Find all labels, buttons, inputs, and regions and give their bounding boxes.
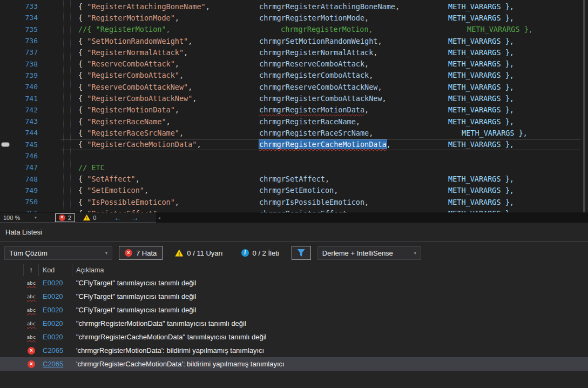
- breakpoint-gutter[interactable]: [0, 35, 11, 46]
- scrollbar-thumb[interactable]: [583, 0, 585, 212]
- code-text: { "IsPossibleEmoticon",chrmgrIsPossibleE…: [38, 198, 588, 206]
- code-line-751[interactable]: 751{ "RegisterEffect",chrmgrRegisterEffe…: [0, 208, 588, 212]
- code-line-741[interactable]: 741{ "RegisterComboAttackNew",chrmgrRegi…: [0, 92, 588, 104]
- error-row[interactable]: abcE0020"CFlyTarget" tanımlayıcısı tanım…: [0, 276, 588, 290]
- breakpoint-gutter[interactable]: [0, 173, 11, 184]
- breakpoint-gutter[interactable]: [0, 12, 11, 23]
- code-text: { "RegisterAttachingBoneName",chrmgrRegi…: [38, 2, 588, 11]
- code-punctuation: ,: [364, 198, 369, 206]
- code-punctuation: ,: [364, 59, 369, 68]
- horizontal-scrollbar[interactable]: ◂: [156, 213, 588, 223]
- severity-column-header[interactable]: !: [24, 264, 39, 276]
- code-punctuation: ,: [197, 140, 201, 149]
- code-line-749[interactable]: 749{ "SetEmoticon",chrmgrSetEmoticon,MET…: [0, 185, 588, 196]
- error-row[interactable]: abcE0020"CFlyTarget" tanımlayıcısı tanım…: [0, 290, 588, 303]
- breakpoint-gutter[interactable]: [0, 162, 11, 173]
- code-line-746[interactable]: 746: [0, 150, 588, 162]
- error-code-link[interactable]: E0020: [43, 319, 63, 327]
- code-cell: E0020: [39, 319, 72, 327]
- code-line-737[interactable]: 737{ "RegisterNormalAttack",chrmgrRegist…: [0, 46, 588, 58]
- code-punctuation: ,: [387, 140, 391, 149]
- code-line-743[interactable]: 743{ "RegisterRaceName",chrmgrRegisterRa…: [0, 116, 588, 127]
- previous-error-button[interactable]: ←: [114, 213, 122, 222]
- panel-title[interactable]: Hata Listesi: [0, 223, 588, 242]
- breakpoint-gutter[interactable]: [0, 46, 11, 58]
- macro-token: METH_VARARGS },: [448, 117, 514, 126]
- breakpoint-gutter[interactable]: [0, 185, 11, 196]
- breakpoint-gutter[interactable]: [0, 127, 11, 138]
- code-punctuation: ,: [369, 71, 373, 79]
- code-text: { "SetMotionRandomWeight",chrmgrSetMotio…: [38, 37, 588, 45]
- code-left-column: { "RegisterAttachingBoneName",: [78, 2, 259, 11]
- error-code-link[interactable]: E0020: [43, 292, 63, 300]
- code-cell: E0020: [39, 279, 72, 287]
- breakpoint-gutter[interactable]: [0, 1, 11, 12]
- warnings-filter-button[interactable]: ! 0 / 11 Uyarı: [169, 246, 228, 260]
- identifier: chrmgrRegisterNormalAttack: [259, 48, 373, 57]
- code-line-733[interactable]: 733{ "RegisterAttachingBoneName",chrmgrR…: [0, 1, 588, 12]
- filter-button[interactable]: [292, 246, 311, 260]
- code-punctuation: {: [78, 48, 87, 57]
- error-row[interactable]: abcE0020"chrmgrRegisterMotionData" tanım…: [0, 317, 588, 330]
- code-line-744[interactable]: 744{ "RegisterRaceSrcName",chrmgrRegiste…: [0, 127, 588, 138]
- code-punctuation: ,: [179, 129, 184, 137]
- error-row[interactable]: ×C2065'chrmgrRegisterMotionData': bildir…: [0, 344, 588, 357]
- source-dropdown[interactable]: Derleme + IntelliSense ▾: [317, 246, 421, 260]
- breakpoint-gutter[interactable]: [0, 104, 11, 116]
- identifier: chrmgrSetAffect: [259, 175, 325, 183]
- code-mid-column: chrmgrRegisterRaceSrcName,: [259, 129, 462, 137]
- breakpoint-gutter[interactable]: [0, 58, 11, 69]
- breakpoint-gutter[interactable]: [0, 70, 11, 81]
- breakpoint-gutter[interactable]: [0, 81, 11, 92]
- code-line-735[interactable]: 735//{ "RegisterMotion",chrmgrRegisterMo…: [0, 24, 588, 35]
- code-line-747[interactable]: 747// ETC: [0, 162, 588, 173]
- code-punctuation: ,: [373, 48, 377, 57]
- code-line-745[interactable]: 745{ "RegisterCacheMotionData",chrmgrReg…: [0, 139, 588, 150]
- severity-cell: abc: [24, 294, 39, 299]
- code-punctuation: {: [78, 83, 87, 91]
- breakpoint-gutter[interactable]: [0, 208, 11, 212]
- next-error-button[interactable]: →: [131, 213, 139, 222]
- error-code-link[interactable]: E0020: [43, 333, 63, 341]
- error-code-link[interactable]: C2065: [43, 346, 63, 354]
- description-column-header[interactable]: Açıklama: [72, 264, 588, 276]
- breakpoint-gutter[interactable]: [0, 150, 11, 162]
- identifier: chrmgrRegisterMotionData: [259, 105, 364, 114]
- error-row[interactable]: abcE0020"chrmgrRegisterCacheMotionData" …: [0, 330, 588, 344]
- error-row[interactable]: ×C2065'chrmgrRegisterCacheMotionData': b…: [0, 357, 588, 371]
- code-line-740[interactable]: 740{ "ReserveComboAttackNew",chrmgrReser…: [0, 81, 588, 92]
- vertical-scrollbar[interactable]: [580, 0, 588, 212]
- breakpoint-gutter[interactable]: [0, 24, 11, 35]
- messages-filter-button[interactable]: i 0 / 2 İleti: [235, 246, 285, 260]
- breakpoint-gutter[interactable]: [0, 116, 11, 127]
- code-line-736[interactable]: 736{ "SetMotionRandomWeight",chrmgrSetMo…: [0, 35, 588, 46]
- code-line-738[interactable]: 738{ "ReserveComboAttack",chrmgrReserveC…: [0, 58, 588, 69]
- code-mid-column: chrmgrReserveComboAttack,: [259, 59, 448, 68]
- zoom-select[interactable]: 100 % ▾: [0, 213, 40, 223]
- code-punctuation: ,: [334, 186, 338, 195]
- document-errors-indicator[interactable]: × 2: [55, 213, 75, 222]
- code-punctuation: {: [78, 37, 87, 45]
- code-line-748[interactable]: 748{ "SetAffect",chrmgrSetAffect,METH_VA…: [0, 173, 588, 184]
- code-line-734[interactable]: 734{ "RegisterMotionMode",chrmgrRegister…: [0, 12, 588, 23]
- code-punctuation: {: [78, 129, 87, 137]
- warning-icon: !: [175, 250, 183, 257]
- code-column-header[interactable]: Kod: [39, 264, 72, 276]
- scope-dropdown[interactable]: Tüm Çözüm ▾: [4, 246, 112, 260]
- breakpoint-gutter[interactable]: [0, 139, 11, 150]
- document-warnings-indicator[interactable]: ! 0: [80, 213, 99, 222]
- code-mid-column: chrmgrRegisterNormalAttack,: [259, 48, 448, 57]
- code-mid-column: chrmgrRegisterMotionMode,: [259, 14, 448, 22]
- code-line-750[interactable]: 750{ "IsPossibleEmoticon",chrmgrIsPossib…: [0, 196, 588, 208]
- code-mid-column: chrmgrRegisterCacheMotionData,: [259, 140, 448, 149]
- breakpoint-gutter[interactable]: [0, 92, 11, 104]
- error-code-link[interactable]: C2065: [43, 360, 63, 368]
- code-line-739[interactable]: 739{ "RegisterComboAttack",chrmgrRegiste…: [0, 70, 588, 81]
- code-line-742[interactable]: 742{ "RegisterMotionData",chrmgrRegister…: [0, 104, 588, 116]
- error-code-link[interactable]: E0020: [43, 306, 63, 314]
- code-editor[interactable]: 733{ "RegisterAttachingBoneName",chrmgrR…: [0, 0, 588, 212]
- error-code-link[interactable]: E0020: [43, 279, 63, 287]
- error-row[interactable]: abcE0020"CFlyTarget" tanımlayıcısı tanım…: [0, 303, 588, 317]
- errors-filter-button[interactable]: × 7 Hata: [119, 246, 163, 260]
- breakpoint-gutter[interactable]: [0, 196, 11, 208]
